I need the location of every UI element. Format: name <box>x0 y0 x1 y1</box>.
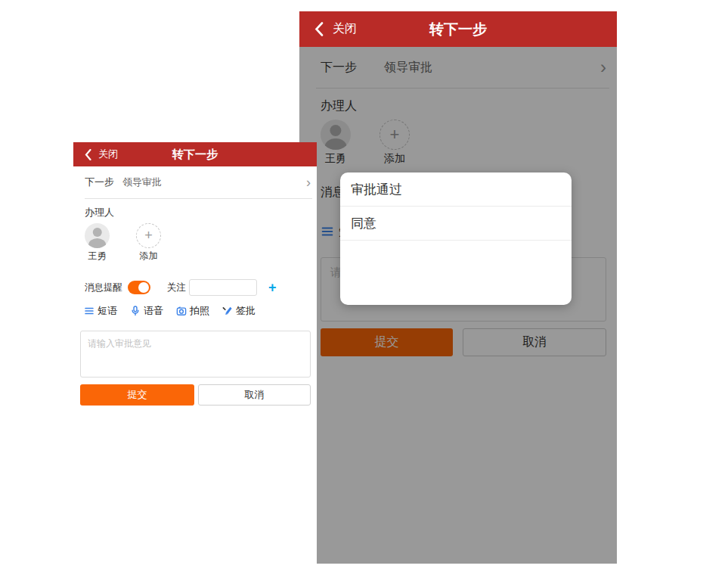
phrase-option[interactable]: 同意 <box>340 207 572 241</box>
add-label: 添加 <box>140 250 158 261</box>
next-step-label: 下一步 <box>85 176 122 189</box>
close-button[interactable]: 关闭 <box>314 21 357 37</box>
handler-name: 王勇 <box>88 250 107 261</box>
handler-label: 办理人 <box>85 206 317 219</box>
back-chevron-icon <box>85 149 91 160</box>
cancel-button[interactable]: 取消 <box>198 384 311 406</box>
plus-circle-icon: + <box>136 223 161 248</box>
handler-user[interactable]: 王勇 <box>85 223 110 261</box>
follow-label: 关注 <box>167 281 186 294</box>
microphone-icon <box>130 306 141 316</box>
close-label: 关闭 <box>333 21 357 37</box>
next-step-screen-dimmed: 关闭 转下一步 下一步 领导审批 › 办理人 王勇 + 添加 消息提醒 关注 + <box>299 11 617 564</box>
comment-textarea[interactable] <box>80 331 311 378</box>
pen-icon <box>222 306 233 316</box>
divider <box>85 198 312 199</box>
follow-input[interactable] <box>189 279 257 296</box>
reminder-toggle[interactable] <box>128 281 150 294</box>
header-bar: 关闭 转下一步 <box>73 142 317 166</box>
phrase-picker-popup: 审批通过 同意 <box>340 172 572 305</box>
submit-button[interactable]: 提交 <box>80 384 194 406</box>
tool-sign[interactable]: 签批 <box>222 304 256 318</box>
tool-voice[interactable]: 语音 <box>130 304 163 318</box>
tool-row: 短语 语音 拍照 签批 <box>73 303 317 319</box>
form-body: 下一步 领导审批 › 办理人 王勇 + 添加 消息提醒 关注 + <box>73 166 317 406</box>
reminder-label: 消息提醒 <box>85 281 122 294</box>
phrases-icon <box>84 306 94 316</box>
chevron-right-icon: › <box>306 176 311 189</box>
modal-dim-overlay[interactable] <box>299 47 617 564</box>
close-label: 关闭 <box>98 148 118 161</box>
close-button[interactable]: 关闭 <box>85 148 118 161</box>
next-step-value: 领导审批 <box>122 176 306 189</box>
user-avatar-icon <box>85 223 110 248</box>
phrase-option[interactable]: 审批通过 <box>340 172 572 207</box>
tool-phrases[interactable]: 短语 <box>84 304 117 318</box>
camera-icon <box>176 306 187 316</box>
header-bar: 关闭 转下一步 <box>299 11 617 47</box>
handler-list: 王勇 + 添加 <box>85 223 317 261</box>
add-handler-button[interactable]: + 添加 <box>136 223 161 261</box>
form-body: 下一步 领导审批 › 办理人 王勇 + 添加 消息提醒 关注 + <box>299 47 617 564</box>
next-step-row[interactable]: 下一步 领导审批 › <box>73 166 317 198</box>
message-reminder-row: 消息提醒 关注 + <box>73 278 317 297</box>
action-buttons: 提交 取消 <box>80 384 311 406</box>
tool-photo[interactable]: 拍照 <box>176 304 209 318</box>
next-step-screen: 关闭 转下一步 下一步 领导审批 › 办理人 王勇 + 添加 消息提醒 关注 + <box>73 142 317 578</box>
add-follow-icon[interactable]: + <box>268 281 277 294</box>
back-chevron-icon <box>314 22 324 36</box>
